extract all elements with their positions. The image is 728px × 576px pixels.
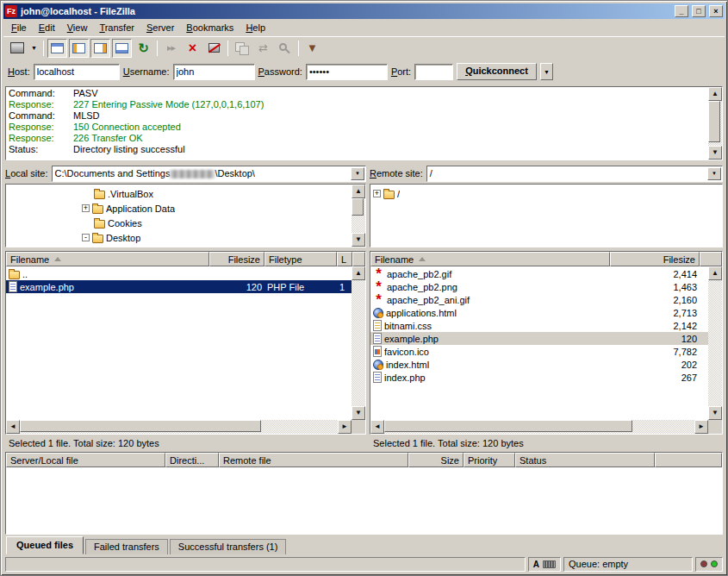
site-manager-dropdown-button[interactable]: ▼: [28, 39, 40, 58]
disconnect-button[interactable]: [204, 39, 224, 58]
local-tree-scrollbar[interactable]: ▲ ▼: [352, 185, 365, 247]
toggle-log-button[interactable]: [47, 39, 67, 58]
tree-item-application-data[interactable]: +Application Data: [6, 201, 352, 216]
file-row-example-php[interactable]: example.php120PHP File1: [6, 280, 352, 293]
scroll-left-icon[interactable]: ◄: [370, 420, 384, 434]
local-list-hscroll-thumb[interactable]: [20, 420, 261, 432]
remote-list-vscroll-track[interactable]: [708, 280, 722, 406]
column-header-directi[interactable]: Directi...: [165, 453, 219, 467]
file-row-apache-pb2-ani-gif[interactable]: *apache_pb2_ani.gif2,160: [370, 293, 708, 306]
file-row-applications-html[interactable]: applications.html2,713: [370, 306, 708, 319]
log-scrollbar[interactable]: ▲ ▼: [708, 87, 722, 160]
image-file-icon: *: [373, 269, 384, 279]
collapse-minus-icon[interactable]: -: [82, 234, 90, 241]
local-list-hscroll-track[interactable]: [20, 420, 338, 434]
refresh-button[interactable]: ↻: [134, 39, 153, 58]
port-input[interactable]: [414, 64, 453, 80]
menu-item-help[interactable]: Help: [240, 20, 271, 35]
log-scroll-track[interactable]: [708, 101, 722, 146]
file-row-example-php[interactable]: example.php120: [370, 332, 708, 345]
column-header-status[interactable]: Status: [515, 453, 655, 467]
toggle-queue-button[interactable]: [112, 39, 132, 58]
file-row-apache-pb2-png[interactable]: *apache_pb2.png1,463: [370, 280, 708, 293]
minimize-button[interactable]: _: [675, 5, 688, 17]
tree-item-[interactable]: +/: [370, 186, 722, 201]
file-row-bitnami-css[interactable]: bitnami.css2,142: [370, 319, 708, 332]
toggle-remote-tree-button[interactable]: [90, 39, 110, 58]
title-bar[interactable]: Fz john@localhost - FileZilla _ □ ×: [3, 3, 725, 19]
file-cell-text: 1,463: [673, 282, 697, 292]
local-list-vscroll-track[interactable]: [352, 280, 365, 406]
tree-item-virtualbox[interactable]: .VirtualBox: [6, 186, 352, 201]
scroll-left-icon[interactable]: ◄: [6, 420, 20, 434]
menu-item-transfer[interactable]: Transfer: [93, 20, 140, 35]
local-site-combo[interactable]: C:\Documents and Settings\Desktop\ ▼: [52, 166, 366, 182]
remote-list-vscrollbar[interactable]: ▲ ▼: [708, 266, 722, 420]
scroll-up-icon[interactable]: ▲: [708, 87, 722, 101]
tab-failed-transfers[interactable]: Failed transfers: [85, 539, 168, 554]
cancel-button[interactable]: ×: [183, 39, 202, 58]
column-header-filetype[interactable]: Filetype: [264, 252, 337, 266]
file-row-index-php[interactable]: index.php267: [370, 371, 708, 384]
file-row-apache-pb2-gif[interactable]: *apache_pb2.gif2,414: [370, 267, 708, 280]
refresh-icon: ↻: [138, 41, 149, 54]
local-list-vscrollbar[interactable]: ▲ ▼: [352, 266, 365, 420]
password-input[interactable]: [306, 64, 388, 80]
scroll-right-icon[interactable]: ►: [338, 420, 352, 434]
maximize-button[interactable]: □: [692, 5, 706, 17]
column-header-filesize[interactable]: Filesize: [610, 252, 700, 266]
column-header-server-local-file[interactable]: Server/Local file: [6, 453, 165, 467]
scroll-down-icon[interactable]: ▼: [352, 233, 365, 247]
column-header-remote-file[interactable]: Remote file: [219, 453, 408, 467]
close-button[interactable]: ×: [709, 5, 723, 17]
expand-plus-icon[interactable]: +: [82, 204, 90, 212]
filter-button[interactable]: ▼: [302, 39, 322, 58]
file-row-[interactable]: ..: [6, 267, 352, 280]
scroll-up-icon[interactable]: ▲: [352, 266, 365, 280]
column-header-l[interactable]: L: [337, 252, 352, 266]
username-input[interactable]: [173, 64, 255, 80]
remote-site-combo[interactable]: / ▼: [426, 166, 723, 182]
file-row-index-html[interactable]: index.html202: [370, 358, 708, 371]
scroll-up-icon[interactable]: ▲: [352, 185, 365, 198]
toggle-local-tree-button[interactable]: [69, 39, 89, 58]
tree-item-cookies[interactable]: Cookies: [6, 216, 352, 230]
remote-list-hscroll-track[interactable]: [384, 420, 694, 434]
menu-item-bookmarks[interactable]: Bookmarks: [180, 20, 240, 35]
local-site-dropdown-icon[interactable]: ▼: [351, 167, 364, 180]
local-tree-scroll-track[interactable]: [352, 198, 365, 233]
local-tree-scroll-thumb[interactable]: [352, 198, 364, 216]
menu-item-view[interactable]: View: [61, 20, 94, 35]
menu-item-edit[interactable]: Edit: [33, 20, 61, 35]
quickconnect-button[interactable]: Quickconnect: [457, 63, 537, 80]
remote-list-hscroll-thumb[interactable]: [384, 420, 632, 432]
file-cell-text: 7,782: [673, 347, 697, 357]
column-header-priority[interactable]: Priority: [464, 453, 515, 467]
menu-item-file[interactable]: File: [5, 20, 33, 35]
scroll-down-icon[interactable]: ▼: [708, 146, 722, 160]
expand-plus-icon[interactable]: +: [373, 190, 381, 197]
file-name: apache_pb2.png: [387, 282, 457, 292]
scroll-down-icon[interactable]: ▼: [352, 406, 365, 420]
scroll-right-icon[interactable]: ►: [694, 420, 708, 434]
site-manager-button[interactable]: [7, 39, 27, 58]
transfer-queue-body[interactable]: [6, 467, 722, 534]
column-header-filename[interactable]: Filename: [370, 252, 610, 266]
tree-item-desktop[interactable]: -Desktop: [6, 230, 352, 245]
host-input[interactable]: [34, 64, 120, 80]
scroll-up-icon[interactable]: ▲: [708, 266, 722, 280]
menu-item-server[interactable]: Server: [140, 20, 180, 35]
tab-successful-transfers-1[interactable]: Successful transfers (1): [170, 539, 287, 554]
log-scroll-thumb[interactable]: [708, 101, 720, 142]
remote-site-dropdown-icon[interactable]: ▼: [707, 167, 721, 180]
tab-queued-files[interactable]: Queued files: [6, 536, 84, 554]
local-list-hscrollbar[interactable]: ◄ ►: [6, 420, 352, 434]
column-header-size[interactable]: Size: [408, 453, 464, 467]
remote-list-hscrollbar[interactable]: ◄ ►: [370, 420, 708, 434]
scroll-down-icon[interactable]: ▼: [708, 406, 722, 420]
quickconnect-dropdown-icon[interactable]: ▼: [540, 63, 553, 80]
column-header-filesize[interactable]: Filesize: [209, 252, 264, 266]
column-header-filename[interactable]: Filename: [6, 252, 209, 266]
file-row-favicon-ico[interactable]: favicon.ico7,782: [370, 345, 708, 358]
transfer-type-icon[interactable]: A: [533, 560, 539, 569]
